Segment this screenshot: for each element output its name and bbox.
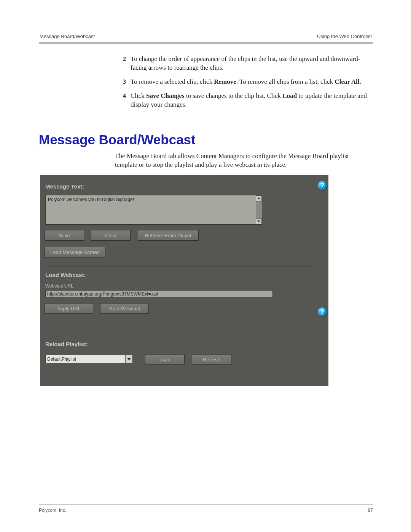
step-4: 4 Click Save Changes to save changes to … [113, 92, 369, 109]
section-divider [45, 267, 312, 267]
apply-url-button[interactable]: Apply URL [45, 303, 93, 314]
step-3: 3 To remove a selected clip, click Remov… [113, 78, 369, 86]
chevron-down-icon[interactable] [125, 355, 132, 363]
help-icon[interactable]: ? [318, 307, 327, 316]
footer-page-number: 97 [368, 508, 373, 513]
steps-list: 2 To change the order of appearance of t… [113, 55, 369, 109]
load-message-screen-button[interactable]: Load Message Screen [45, 247, 105, 257]
section-divider [45, 336, 312, 336]
clear-button[interactable]: Clear [91, 230, 131, 241]
section-intro: The Message Board tab allows Content Man… [115, 152, 369, 169]
webcast-url-input[interactable] [45, 290, 273, 298]
scrollbar[interactable] [256, 195, 262, 224]
footer-company: Polycom, Inc. [39, 508, 66, 513]
playlist-select[interactable]: DefaultPlaylist [45, 355, 133, 363]
step-body: To change the order of appearance of the… [131, 55, 369, 72]
reload-playlist-heading: Reload Playlist: [45, 341, 322, 347]
start-webcast-button[interactable]: Start Webcast [100, 303, 149, 314]
header-right: Using the Web Controller [317, 34, 372, 39]
app-screenshot-panel: ? ? Message Text: Save Clear Retrieve Fr… [40, 175, 328, 386]
header-rule [39, 42, 373, 44]
step-2: 2 To change the order of appearance of t… [113, 55, 369, 72]
help-icon[interactable]: ? [318, 181, 327, 190]
page: Message Board/Webcast Using the Web Cont… [0, 0, 411, 532]
step-number: 3 [113, 78, 131, 86]
message-textarea-wrap [45, 195, 262, 225]
step-body: Click Save Changes to save changes to th… [131, 92, 369, 109]
load-webcast-heading: Load Webcast: [45, 272, 322, 278]
retrieve-from-player-button[interactable]: Retrieve From Player [138, 230, 199, 241]
header-left: Message Board/Webcast [40, 34, 95, 39]
step-body: To remove a selected clip, click Remove.… [131, 78, 369, 86]
message-textarea[interactable] [47, 196, 255, 224]
step-number: 2 [113, 55, 131, 72]
load-button[interactable]: Load [145, 354, 185, 365]
running-header: Message Board/Webcast Using the Web Cont… [39, 34, 373, 42]
refresh-button[interactable]: Refresh [192, 354, 231, 365]
save-button[interactable]: Save [45, 230, 84, 241]
playlist-selected-value: DefaultPlaylist [47, 356, 76, 362]
section-title: Message Board/Webcast [39, 132, 373, 147]
scroll-down-icon[interactable] [256, 218, 262, 224]
page-footer: Polycom, Inc. 97 [39, 504, 373, 513]
scroll-up-icon[interactable] [256, 195, 262, 201]
step-number: 4 [113, 92, 131, 109]
message-text-heading: Message Text: [45, 183, 322, 190]
webcast-url-label: Webcast URL: [45, 283, 322, 289]
